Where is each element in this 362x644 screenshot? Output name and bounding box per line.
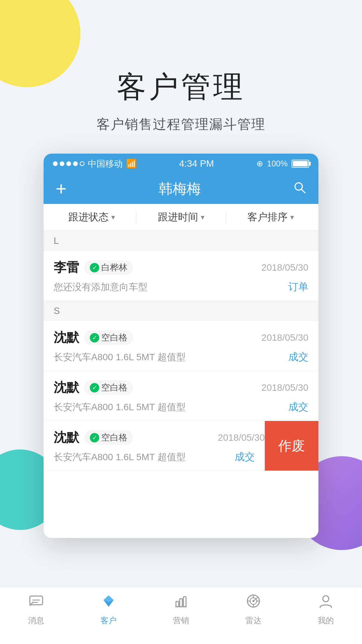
customer-status-shenmo-1[interactable]: 成交 <box>288 350 308 364</box>
wechat-icon-shenmo-1: ✓ <box>90 333 99 342</box>
battery-percent: 100% <box>267 159 288 168</box>
customer-date-leilei: 2018/05/30 <box>261 262 308 273</box>
customer-item-shenmo-3[interactable]: 沈默 ✓ 空白格 2018/05/30 长安汽车A800 1.6L 5MT 超值… <box>44 421 318 471</box>
customer-tag-shenmo-3: ✓ 空白格 <box>84 430 133 445</box>
radar-icon <box>246 593 261 612</box>
filter-customer-sort-arrow: ▾ <box>290 213 294 222</box>
battery-fill <box>293 161 308 166</box>
customer-name-shenmo-3: 沈默 <box>54 429 79 446</box>
wechat-icon-leilei: ✓ <box>90 263 99 272</box>
svg-rect-6 <box>180 599 182 607</box>
wifi-icon: 📶 <box>126 159 137 169</box>
filter-follow-status[interactable]: 跟进状态 ▾ <box>47 210 136 224</box>
customer-left-shenmo-3: 沈默 ✓ 空白格 <box>54 429 133 446</box>
customer-status-shenmo-2[interactable]: 成交 <box>288 400 308 414</box>
wechat-icon-shenmo-2: ✓ <box>90 383 99 392</box>
swipe-action-discard[interactable]: 作废 <box>265 421 318 471</box>
bottom-nav: 消息 客户 营销 <box>0 587 362 644</box>
person-icon <box>318 593 334 612</box>
phone-mockup: 中国移动 📶 4:34 PM ⊕ 100% + 韩梅梅 <box>44 154 318 538</box>
customer-tag-shenmo-2: ✓ 空白格 <box>84 380 133 395</box>
customer-desc-shenmo-1: 长安汽车A800 1.6L 5MT 超值型 <box>54 351 186 364</box>
customer-row2-shenmo-2: 长安汽车A800 1.6L 5MT 超值型 成交 <box>54 400 308 414</box>
customer-status-shenmo-3[interactable]: 成交 <box>235 450 255 464</box>
customer-item-shenmo-1[interactable]: 沈默 ✓ 空白格 2018/05/30 长安汽车A800 1.6L 5MT 超值… <box>44 321 318 371</box>
filter-follow-time-label: 跟进时间 <box>158 210 198 224</box>
customer-name-leilei: 李雷 <box>54 259 79 276</box>
add-button[interactable]: + <box>56 179 67 198</box>
empty-area <box>44 471 318 538</box>
carrier-label: 中国移动 <box>88 158 123 170</box>
svg-line-1 <box>301 189 305 193</box>
filter-customer-sort[interactable]: 客户排序 ▾ <box>226 210 315 224</box>
nav-item-messages[interactable]: 消息 <box>0 593 72 626</box>
status-left: 中国移动 📶 <box>53 158 137 170</box>
status-bar: 中国移动 📶 4:34 PM ⊕ 100% <box>44 154 318 174</box>
customer-row1-shenmo-2: 沈默 ✓ 空白格 2018/05/30 <box>54 379 308 396</box>
section-key-l: L <box>54 235 59 246</box>
svg-rect-5 <box>176 601 179 607</box>
nav-label-messages: 消息 <box>28 615 44 626</box>
diamond-icon <box>101 593 116 612</box>
message-icon <box>28 593 44 612</box>
customer-tag-text-shenmo-3: 空白格 <box>101 432 127 443</box>
customer-desc-leilei: 您还没有添加意向车型 <box>54 281 147 293</box>
customer-row2-leilei: 您还没有添加意向车型 订单 <box>54 280 308 294</box>
section-header-l: L <box>44 231 318 251</box>
nav-item-mine[interactable]: 我的 <box>290 593 362 626</box>
phone-screen: 中国移动 📶 4:34 PM ⊕ 100% + 韩梅梅 <box>44 154 318 538</box>
status-time: 4:34 PM <box>179 158 214 169</box>
customer-status-leilei[interactable]: 订单 <box>288 280 308 294</box>
section-header-s: S <box>44 301 318 321</box>
svg-rect-7 <box>183 597 186 607</box>
battery-block <box>292 160 309 168</box>
customer-tag-leilei: ✓ 白桦林 <box>84 260 133 275</box>
customer-date-shenmo-2: 2018/05/30 <box>261 382 308 393</box>
customer-row2-shenmo-3: 长安汽车A800 1.6L 5MT 超值型 成交 <box>54 450 265 464</box>
customer-date-shenmo-3: 2018/05/30 <box>218 432 265 443</box>
customer-name-shenmo-2: 沈默 <box>54 379 79 396</box>
signal-dot-2 <box>60 161 64 166</box>
wechat-icon-shenmo-3: ✓ <box>90 433 99 442</box>
customer-row1-leilei: 李雷 ✓ 白桦林 2018/05/30 <box>54 259 308 276</box>
customer-tag-text-shenmo-2: 空白格 <box>101 382 127 393</box>
filter-bar: 跟进状态 ▾ 跟进时间 ▾ 客户排序 ▾ <box>44 204 318 231</box>
customer-tag-shenmo-1: ✓ 空白格 <box>84 330 133 345</box>
signal-dot-4 <box>73 161 78 166</box>
app-title: 韩梅梅 <box>159 179 201 198</box>
signal-dot-5 <box>80 161 84 166</box>
customer-row2-shenmo-1: 长安汽车A800 1.6L 5MT 超值型 成交 <box>54 350 308 364</box>
customer-row1-shenmo-3: 沈默 ✓ 空白格 2018/05/30 <box>54 429 265 446</box>
page-title: 客户管理 <box>0 67 362 107</box>
customer-left-shenmo-1: 沈默 ✓ 空白格 <box>54 329 133 346</box>
page-subtitle: 客户销售过程管理漏斗管理 <box>0 115 362 133</box>
nav-label-radar: 雷达 <box>245 615 261 626</box>
customer-item-shenmo-2[interactable]: 沈默 ✓ 空白格 2018/05/30 长安汽车A800 1.6L 5MT 超值… <box>44 371 318 421</box>
svg-point-17 <box>323 596 329 602</box>
nav-item-marketing[interactable]: 营销 <box>145 593 217 626</box>
search-button[interactable] <box>293 181 306 197</box>
filter-follow-time-arrow: ▾ <box>201 213 204 222</box>
customer-left-leilei: 李雷 ✓ 白桦林 <box>54 259 133 276</box>
filter-follow-time[interactable]: 跟进时间 ▾ <box>136 210 226 224</box>
nav-label-marketing: 营销 <box>173 615 189 626</box>
customer-item-leilei[interactable]: 李雷 ✓ 白桦林 2018/05/30 您还没有添加意向车型 订单 <box>44 251 318 301</box>
customer-date-shenmo-1: 2018/05/30 <box>261 332 308 343</box>
filter-follow-status-label: 跟进状态 <box>68 210 109 224</box>
customer-desc-shenmo-2: 长安汽车A800 1.6L 5MT 超值型 <box>54 401 186 414</box>
nav-item-customers[interactable]: 客户 <box>72 593 145 626</box>
status-signal-dots <box>53 161 84 166</box>
nav-item-radar[interactable]: 雷达 <box>217 593 290 626</box>
filter-follow-status-arrow: ▾ <box>111 213 115 222</box>
signal-dot-3 <box>66 161 71 166</box>
customer-row1-shenmo-1: 沈默 ✓ 空白格 2018/05/30 <box>54 329 308 346</box>
bar-chart-icon <box>173 593 189 612</box>
nav-label-customers: 客户 <box>101 615 117 626</box>
status-right: ⊕ 100% <box>256 159 309 168</box>
customer-left-shenmo-2: 沈默 ✓ 空白格 <box>54 379 133 396</box>
customer-tag-text-leilei: 白桦林 <box>101 262 127 273</box>
customer-tag-text-shenmo-1: 空白格 <box>101 332 127 343</box>
section-key-s: S <box>54 306 60 316</box>
filter-customer-sort-label: 客户排序 <box>247 210 288 224</box>
nav-label-mine: 我的 <box>318 615 334 626</box>
